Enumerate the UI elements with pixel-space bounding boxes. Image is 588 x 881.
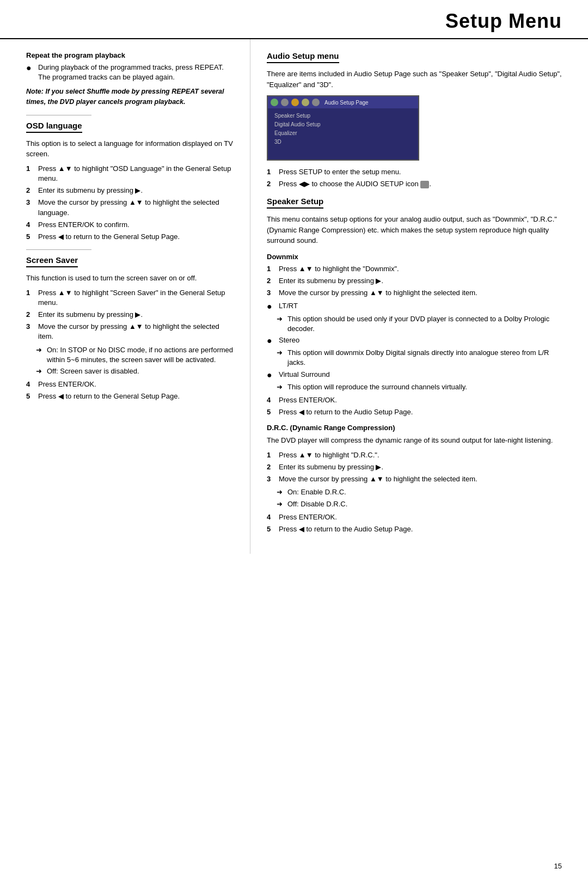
audio-heading: Audio Setup menu bbox=[267, 51, 339, 63]
step-number: 1 bbox=[267, 167, 277, 177]
osd-intro: This option is to select a language for … bbox=[26, 138, 234, 160]
step-number: 5 bbox=[267, 524, 277, 534]
step-text: Press SETUP to enter the setup menu. bbox=[279, 167, 401, 177]
right-column: Audio Setup menu There are items include… bbox=[250, 39, 588, 554]
osd-steps-list: 1Press ▲▼ to highlight "OSD Language" in… bbox=[26, 164, 234, 242]
downmix-steps-list: 1Press ▲▼ to highlight the "Downmix".2En… bbox=[267, 264, 562, 298]
downmix-arrow-item: ➜This option will downmix Dolby Digital … bbox=[277, 348, 562, 368]
step-text: Move the cursor by pressing ▲▼ to highli… bbox=[38, 322, 234, 341]
arrow-text: Off: Screen saver is disabled. bbox=[47, 366, 139, 376]
step-number: 3 bbox=[26, 322, 36, 341]
page-number: 15 bbox=[554, 862, 562, 870]
osd-step-item: 5Press ◀ to return to the General Setup … bbox=[26, 232, 234, 242]
step-text: Press ▲▼ to highlight "Screen Saver" in … bbox=[38, 288, 234, 308]
arrow-text: This option will reproduce the surround … bbox=[287, 382, 467, 392]
step-number: 1 bbox=[26, 288, 36, 308]
downmix-bullet-item: ●LT/RT bbox=[267, 301, 562, 311]
menu-item-3: Equalizer bbox=[274, 129, 412, 138]
icon-circle-1 bbox=[271, 99, 278, 106]
downmix-heading: Downmix bbox=[267, 253, 562, 261]
repeat-heading: Repeat the program playback bbox=[26, 51, 234, 59]
step-text: Press ◀ to return to the Audio Setup Pag… bbox=[279, 407, 413, 417]
osd-step-item: 3Move the cursor by pressing ▲▼ to highl… bbox=[26, 198, 234, 217]
step-number: 2 bbox=[26, 310, 36, 320]
arrow-icon: ➜ bbox=[277, 348, 285, 368]
audio-steps-list: 1Press SETUP to enter the setup menu.2Pr… bbox=[267, 167, 562, 189]
repeat-bullet-list: ● During playback of the programmed trac… bbox=[26, 63, 234, 82]
step-text: Press ▲▼ to highlight "D.R.C.". bbox=[279, 450, 379, 460]
step-number: 2 bbox=[267, 462, 277, 472]
downmix-arrow-item: ➜This option should be used only if your… bbox=[277, 314, 562, 334]
downmix-step-item: 2Enter its submenu by pressing ▶. bbox=[267, 276, 562, 286]
icon-circle-5 bbox=[312, 99, 320, 106]
osd-section: OSD language This option is to select a … bbox=[26, 121, 234, 242]
downmix-arrow-item: ➜This option will reproduce the surround… bbox=[277, 382, 562, 392]
step-text: Press ENTER/OK. bbox=[279, 395, 337, 405]
screen-final-steps: 4Press ENTER/OK.5Press ◀ to return to th… bbox=[26, 380, 234, 401]
bullet-text: Virtual Surround bbox=[279, 370, 330, 380]
step-text: Press ▲▼ to highlight the "Downmix". bbox=[279, 264, 399, 274]
step-text: Press ENTER/OK to confirm. bbox=[38, 220, 130, 230]
osd-step-item: 2Enter its submenu by pressing ▶. bbox=[26, 186, 234, 195]
downmix-step-item: 3Move the cursor by pressing ▲▼ to highl… bbox=[267, 288, 562, 298]
arrow-text: On: Enable D.R.C. bbox=[287, 487, 346, 497]
audio-icon bbox=[420, 181, 429, 188]
drc-steps-list: 1Press ▲▼ to highlight "D.R.C.".2Enter i… bbox=[267, 450, 562, 485]
step-number: 4 bbox=[26, 380, 36, 389]
drc-arrow-item: ➜On: Enable D.R.C. bbox=[277, 487, 562, 497]
step-text: Enter its submenu by pressing ▶. bbox=[279, 462, 383, 472]
screen-divider bbox=[26, 249, 91, 250]
downmix-step-item: 1Press ▲▼ to highlight the "Downmix". bbox=[267, 264, 562, 274]
repeat-bullet-item: ● During playback of the programmed trac… bbox=[26, 63, 234, 82]
screen-arrow-item: ➜Off: Screen saver is disabled. bbox=[36, 366, 234, 376]
audio-step-item: 1Press SETUP to enter the setup menu. bbox=[267, 167, 562, 177]
downmix-final-step-item: 4Press ENTER/OK. bbox=[267, 395, 562, 405]
bullet-icon: ● bbox=[267, 301, 277, 311]
downmix-bullet-item: ●Virtual Surround bbox=[267, 370, 562, 380]
arrow-icon: ➜ bbox=[277, 382, 285, 392]
osd-divider bbox=[26, 115, 91, 115]
step-text: Press ◀▶ to choose the AUDIO SETUP icon … bbox=[279, 179, 431, 189]
audio-menu-items: Speaker Setup Digital Audio Setup Equali… bbox=[268, 108, 418, 150]
step-number: 5 bbox=[26, 391, 36, 401]
step-number: 1 bbox=[267, 450, 277, 460]
step-text: Enter its submenu by pressing ▶. bbox=[279, 276, 383, 286]
step-number: 5 bbox=[26, 232, 36, 242]
drc-final-step-item: 4Press ENTER/OK. bbox=[267, 512, 562, 522]
screen-step-item: 2Enter its submenu by pressing ▶. bbox=[26, 310, 234, 320]
step-text: Enter its submenu by pressing ▶. bbox=[38, 186, 143, 195]
step-number: 5 bbox=[267, 407, 277, 417]
bullet-icon: ● bbox=[267, 370, 277, 380]
step-text: Move the cursor by pressing ▲▼ to highli… bbox=[279, 288, 477, 298]
downmix-final-steps: 4Press ENTER/OK.5Press ◀ to return to th… bbox=[267, 395, 562, 417]
menu-item-4: 3D bbox=[274, 138, 412, 146]
step-text: Move the cursor by pressing ▲▼ to highli… bbox=[38, 198, 234, 217]
screen-steps-list: 1Press ▲▼ to highlight "Screen Saver" in… bbox=[26, 288, 234, 342]
bullet-text: LT/RT bbox=[279, 301, 298, 311]
downmix-bullet-item: ●Stereo bbox=[267, 335, 562, 346]
icon-circle-4 bbox=[302, 99, 309, 106]
arrow-icon: ➜ bbox=[277, 314, 285, 334]
step-text: Press ENTER/OK. bbox=[279, 512, 337, 522]
arrow-text: On: In STOP or No DISC mode, if no actio… bbox=[47, 345, 234, 365]
repeat-bullet-text: During playback of the programmed tracks… bbox=[38, 63, 234, 82]
screen-step-item: 1Press ▲▼ to highlight "Screen Saver" in… bbox=[26, 288, 234, 308]
step-text: Enter its submenu by pressing ▶. bbox=[38, 310, 143, 320]
step-number: 1 bbox=[267, 264, 277, 274]
screen-final-step-item: 4Press ENTER/OK. bbox=[26, 380, 234, 389]
drc-step-item: 3Move the cursor by pressing ▲▼ to highl… bbox=[267, 474, 562, 484]
page-title: Setup Menu bbox=[26, 10, 562, 33]
drc-final-steps: 4Press ENTER/OK.5Press ◀ to return to th… bbox=[267, 512, 562, 534]
icon-circle-2 bbox=[281, 99, 289, 106]
audio-intro: There are items included in Audio Setup … bbox=[267, 69, 562, 90]
screen-arrows-container: ➜On: In STOP or No DISC mode, if no acti… bbox=[26, 345, 234, 377]
arrow-icon: ➜ bbox=[277, 499, 285, 509]
image-title: Audio Setup Page bbox=[324, 100, 369, 106]
arrow-icon: ➜ bbox=[277, 487, 285, 497]
osd-step-item: 4Press ENTER/OK to confirm. bbox=[26, 220, 234, 230]
drc-heading: D.R.C. (Dynamic Range Compression) bbox=[267, 424, 562, 432]
osd-heading: OSD language bbox=[26, 121, 82, 133]
main-content: Repeat the program playback ● During pla… bbox=[0, 39, 588, 554]
step-text: Press ◀ to return to the General Setup P… bbox=[38, 391, 180, 401]
step-text: Move the cursor by pressing ▲▼ to highli… bbox=[279, 474, 477, 484]
